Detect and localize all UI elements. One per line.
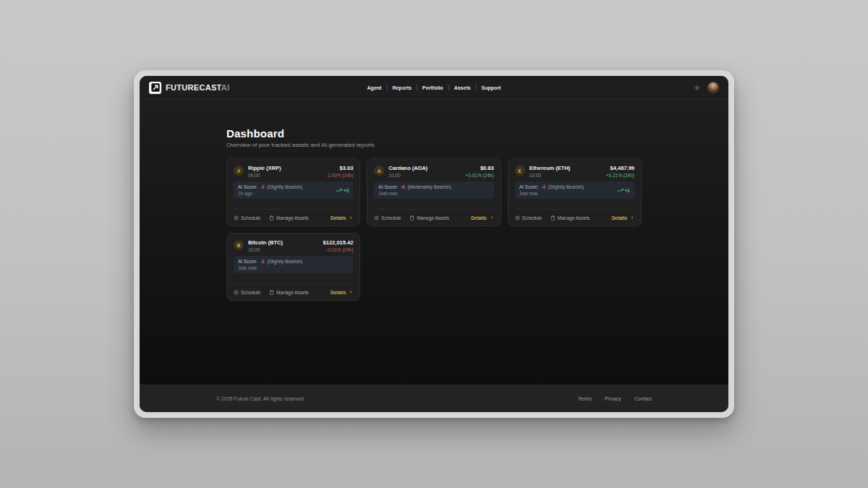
- asset-price: $0.83: [465, 165, 493, 171]
- trend-value: +1: [625, 188, 630, 193]
- schedule-label: Schedule: [241, 290, 260, 295]
- sun-icon: [694, 85, 700, 91]
- main-nav: AgentReportsPortfolioAssetsSupport: [362, 85, 506, 90]
- trending-up-icon: [336, 187, 342, 194]
- theme-toggle-button[interactable]: [694, 85, 700, 91]
- asset-price-box: $4,487.99 +0.21% (24h): [606, 165, 634, 178]
- ai-score-value: -3: [260, 184, 265, 189]
- card-actions: Schedule Manage Assets Details: [234, 283, 353, 300]
- schedule-button[interactable]: Schedule: [515, 215, 542, 221]
- brand-name: FUTURECASTAI: [166, 83, 229, 92]
- app-footer: © 2025 Future Cast. All rights reserved.…: [140, 385, 728, 412]
- footer-link-privacy[interactable]: Privacy: [605, 396, 621, 401]
- asset-letter-icon: X: [234, 166, 244, 176]
- details-label: Details: [331, 215, 346, 221]
- asset-change: +0.01% (24h): [465, 173, 493, 178]
- ai-score-label: AI Score:: [238, 259, 258, 264]
- asset-card-header: X Ripple (XRP) 09:00 $3.03 -1.93% (24h): [234, 165, 353, 178]
- card-actions: Schedule Manage Assets Details: [234, 209, 353, 226]
- app-window-frame: FUTURECASTAI AgentReportsPortfolioAssets…: [134, 70, 734, 418]
- ai-score-panel: AI Score: -4 (Slightly Bearish) Just now…: [515, 181, 634, 199]
- ai-score-desc: (Moderately Bearish): [407, 184, 451, 189]
- trend-value: +2: [344, 188, 349, 193]
- nav-item-support[interactable]: Support: [477, 85, 506, 90]
- asset-card-header: B Bitcoin (BTC) 10:00 $122,015.42 -0.01%…: [234, 239, 353, 252]
- asset-card: B Bitcoin (BTC) 10:00 $122,015.42 -0.01%…: [226, 233, 360, 301]
- gear-icon: [374, 215, 379, 221]
- nav-item-portfolio[interactable]: Portfolio: [417, 85, 448, 90]
- asset-card: A Cardano (ADA) 10:00 $0.83 +0.01% (24h)…: [367, 158, 501, 226]
- chevron-right-icon: [349, 215, 353, 220]
- footer-link-terms[interactable]: Terms: [578, 396, 592, 401]
- copyright-text: © 2025 Future Cast. All rights reserved.: [216, 396, 305, 401]
- details-button[interactable]: Details: [331, 215, 353, 221]
- user-avatar[interactable]: [707, 82, 719, 93]
- asset-card: X Ripple (XRP) 09:00 $3.03 -1.93% (24h) …: [226, 158, 360, 226]
- card-actions: Schedule Manage Assets Details: [515, 209, 634, 226]
- details-button[interactable]: Details: [612, 215, 634, 221]
- ai-score-line: AI Score: -6 (Moderately Bearish): [378, 184, 451, 189]
- footer-links: TermsPrivacyContact: [578, 396, 652, 401]
- page-title: Dashboard: [226, 127, 642, 140]
- asset-card-header: A Cardano (ADA) 10:00 $0.83 +0.01% (24h): [374, 165, 493, 178]
- ai-score-label: AI Score:: [238, 184, 258, 189]
- asset-name: Bitcoin (BTC): [248, 239, 283, 246]
- asset-price-box: $122,015.42 -0.01% (24h): [323, 239, 354, 252]
- details-button[interactable]: Details: [471, 215, 493, 221]
- manage-assets-button[interactable]: Manage Assets: [269, 215, 308, 221]
- page-subtitle: Overview of your tracked assets and AI-g…: [226, 142, 642, 148]
- ai-score-panel: AI Score: -3 (Slightly Bearish) Just now: [234, 256, 353, 273]
- asset-name: Ethereum (ETH): [529, 165, 571, 171]
- ai-score-desc: (Slightly Bearish): [267, 259, 302, 264]
- manage-assets-button[interactable]: Manage Assets: [550, 215, 590, 221]
- nav-item-assets[interactable]: Assets: [449, 85, 476, 90]
- last-updated: 1h ago: [238, 191, 302, 196]
- schedule-button[interactable]: Schedule: [234, 290, 260, 295]
- asset-change: +0.21% (24h): [606, 173, 634, 178]
- asset-time: 10:00: [388, 173, 427, 178]
- chevron-right-icon: [349, 290, 353, 294]
- manage-assets-button[interactable]: Manage Assets: [409, 215, 448, 221]
- ai-score-line: AI Score: -3 (Slightly Bearish): [238, 259, 302, 264]
- schedule-label: Schedule: [522, 215, 542, 221]
- last-updated: Just now: [519, 191, 584, 196]
- arrow-up-right-icon: [150, 82, 161, 93]
- schedule-label: Schedule: [241, 215, 260, 221]
- nav-item-agent[interactable]: Agent: [362, 85, 387, 90]
- ai-score-label: AI Score:: [519, 184, 539, 189]
- trending-up-icon: [617, 187, 624, 194]
- asset-change: -0.01% (24h): [323, 247, 354, 252]
- desktop-background: FUTURECASTAI AgentReportsPortfolioAssets…: [0, 0, 868, 488]
- app-window: FUTURECASTAI AgentReportsPortfolioAssets…: [140, 76, 728, 412]
- ai-score-panel: AI Score: -6 (Moderately Bearish) Just n…: [374, 181, 493, 199]
- manage-assets-button[interactable]: Manage Assets: [269, 290, 308, 295]
- brand: FUTURECASTAI: [149, 82, 229, 94]
- last-updated: Just now: [238, 265, 302, 270]
- last-updated: Just now: [378, 191, 451, 196]
- footer-link-contact[interactable]: Contact: [634, 396, 652, 401]
- logo-icon: [149, 82, 161, 94]
- asset-card: E Ethereum (ETH) 10:00 $4,487.99 +0.21% …: [508, 158, 642, 226]
- ai-score-value: -6: [401, 184, 405, 189]
- details-button[interactable]: Details: [331, 290, 353, 295]
- schedule-button[interactable]: Schedule: [374, 215, 401, 221]
- gear-icon: [234, 290, 239, 295]
- trash-icon: [269, 290, 274, 295]
- main-content: Dashboard Overview of your tracked asset…: [140, 100, 728, 385]
- manage-assets-label: Manage Assets: [276, 215, 308, 221]
- asset-time: 10:00: [248, 247, 283, 252]
- schedule-label: Schedule: [381, 215, 401, 221]
- asset-letter-icon: E: [515, 166, 525, 176]
- asset-letter-icon: B: [234, 240, 244, 250]
- topbar-actions: [694, 82, 719, 93]
- ai-score-desc: (Slightly Bearish): [267, 184, 302, 189]
- nav-item-reports[interactable]: Reports: [387, 85, 416, 90]
- schedule-button[interactable]: Schedule: [234, 215, 260, 221]
- gear-icon: [234, 215, 239, 221]
- asset-card-header: E Ethereum (ETH) 10:00 $4,487.99 +0.21% …: [515, 165, 634, 178]
- details-label: Details: [612, 215, 627, 221]
- chevron-right-icon: [630, 215, 634, 220]
- gear-icon: [515, 215, 520, 221]
- ai-score-line: AI Score: -3 (Slightly Bearish): [238, 184, 302, 189]
- asset-cards-grid: X Ripple (XRP) 09:00 $3.03 -1.93% (24h) …: [226, 158, 642, 301]
